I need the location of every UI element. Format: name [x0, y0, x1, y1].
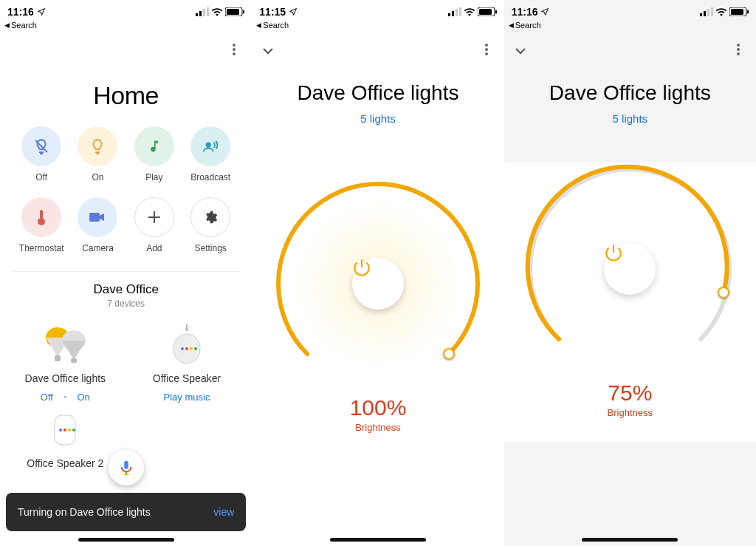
svg-rect-33: [124, 461, 128, 469]
brightness-percent: 100%: [252, 395, 504, 420]
battery-icon: [729, 7, 749, 16]
home-indicator[interactable]: [330, 538, 426, 542]
svg-rect-53: [747, 10, 749, 14]
brightness-knob[interactable]: [443, 348, 455, 360]
svg-point-27: [194, 347, 197, 350]
music-note-icon: [147, 139, 162, 154]
light-control-75: 11:16 ◀Search Dave Office lights 5 light…: [504, 0, 756, 546]
dot-separator: •: [63, 392, 67, 403]
svg-rect-0: [196, 13, 198, 16]
signal-icon: [448, 7, 461, 16]
svg-rect-6: [243, 10, 244, 14]
device-speaker2-card[interactable]: Office Speaker 2: [10, 407, 120, 469]
back-label: Search: [263, 21, 289, 30]
mic-icon: [118, 460, 134, 476]
svg-rect-20: [71, 358, 77, 363]
location-icon: [289, 7, 298, 16]
voice-assistant-button[interactable]: [109, 450, 144, 485]
collapse-button[interactable]: [262, 45, 274, 57]
battery-icon: [225, 7, 244, 16]
quick-on-button[interactable]: On: [69, 126, 126, 182]
power-button[interactable]: [604, 243, 656, 295]
quick-label: On: [92, 172, 103, 182]
svg-point-7: [233, 44, 236, 47]
thermometer-icon: [34, 208, 49, 226]
svg-rect-12: [40, 210, 43, 219]
svg-rect-47: [700, 13, 702, 16]
svg-point-8: [233, 48, 236, 51]
collapse-button[interactable]: [515, 45, 526, 57]
overflow-menu-button[interactable]: [479, 44, 494, 59]
lights-on-action[interactable]: On: [77, 392, 89, 403]
quick-add-button[interactable]: Add: [126, 197, 182, 253]
back-triangle-icon: ◀: [4, 21, 10, 29]
svg-point-56: [737, 52, 740, 55]
svg-point-26: [190, 347, 193, 350]
brightness-percent: 75%: [504, 381, 756, 406]
svg-rect-3: [207, 7, 209, 16]
light-control-100: 11:15 ◀Search Dave Office lights 5 light…: [252, 0, 504, 546]
light-count-link[interactable]: 5 lights: [252, 112, 504, 125]
light-title: Dave Office lights: [252, 81, 504, 105]
svg-rect-42: [495, 10, 497, 14]
light-title: Dave Office lights: [504, 81, 756, 105]
quick-off-button[interactable]: Off: [13, 126, 69, 182]
lights-icon: [39, 324, 91, 364]
device-speaker-card[interactable]: Office Speaker Play music: [131, 322, 242, 403]
device-name: Office Speaker 2: [27, 457, 103, 469]
overflow-menu-button[interactable]: [731, 44, 746, 59]
back-triangle-icon: ◀: [509, 21, 514, 29]
svg-point-24: [181, 347, 184, 350]
room-device-count: 7 devices: [0, 298, 252, 309]
quick-broadcast-button[interactable]: Broadcast: [182, 126, 238, 182]
svg-rect-49: [707, 9, 709, 16]
toast-view-action[interactable]: view: [213, 506, 234, 518]
gear-icon: [203, 210, 218, 225]
back-to-search[interactable]: ◀Search: [252, 21, 504, 30]
toast-message: Turning on Dave Office lights: [18, 506, 151, 518]
status-bar: 11:15: [252, 0, 504, 21]
brightness-label: Brightness: [504, 407, 756, 418]
home-indicator[interactable]: [582, 538, 678, 542]
svg-rect-50: [711, 7, 713, 16]
brightness-dial[interactable]: [271, 177, 485, 391]
quick-camera-button[interactable]: Camera: [69, 197, 126, 253]
quick-actions-grid: Off On Play Broadcast Thermostat Camera …: [0, 126, 252, 253]
home-indicator[interactable]: [78, 538, 174, 542]
status-time: 11:16: [7, 6, 34, 18]
quick-label: Broadcast: [190, 172, 230, 182]
quick-settings-button[interactable]: Settings: [182, 197, 238, 253]
status-time: 11:15: [259, 6, 286, 18]
power-icon: [352, 258, 371, 277]
quick-label: Add: [146, 243, 162, 253]
svg-point-45: [485, 52, 488, 55]
quick-label: Thermostat: [19, 243, 64, 253]
quick-thermostat-button[interactable]: Thermostat: [13, 197, 69, 253]
lights-off-action[interactable]: Off: [41, 392, 53, 403]
power-button[interactable]: [352, 258, 404, 310]
overflow-menu-button[interactable]: [227, 44, 241, 59]
svg-rect-18: [55, 355, 61, 361]
speaker-icon: [172, 324, 202, 365]
battery-icon: [478, 7, 497, 16]
back-to-search[interactable]: ◀ Search: [0, 21, 252, 30]
svg-point-30: [63, 429, 66, 431]
quick-label: Camera: [82, 243, 114, 253]
back-to-search[interactable]: ◀Search: [504, 21, 756, 30]
signal-icon: [196, 7, 209, 16]
svg-point-55: [737, 48, 740, 51]
play-music-action[interactable]: Play music: [164, 392, 210, 403]
brightness-label: Brightness: [252, 422, 504, 433]
status-bar: 11:16: [0, 0, 252, 21]
quick-play-button[interactable]: Play: [126, 126, 182, 182]
svg-rect-38: [456, 9, 458, 16]
mini-speaker-icon: [52, 411, 78, 448]
svg-point-32: [72, 429, 75, 431]
brightness-dial[interactable]: [523, 162, 737, 376]
light-count-link[interactable]: 5 lights: [504, 112, 756, 125]
device-lights-card[interactable]: Dave Office lights Off • On: [10, 322, 120, 403]
quick-label: Settings: [194, 243, 226, 253]
chevron-down-icon: [515, 47, 526, 55]
camera-icon: [89, 211, 106, 223]
svg-point-54: [737, 44, 740, 47]
